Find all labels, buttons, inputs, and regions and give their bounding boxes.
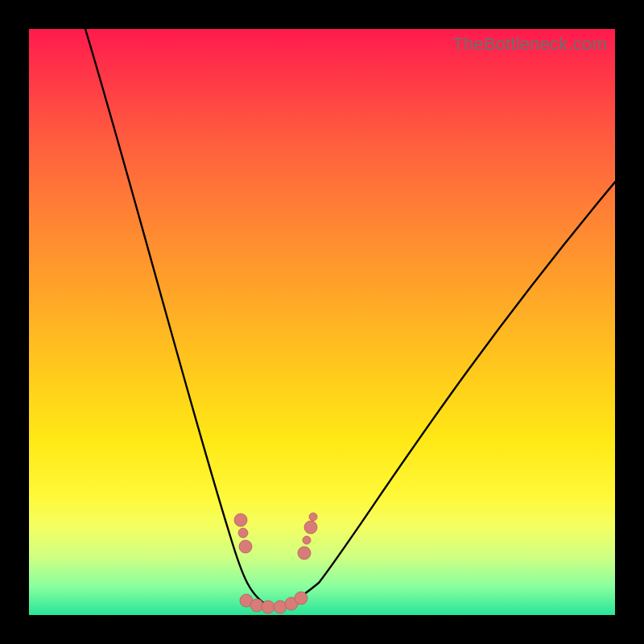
svg-point-8 — [250, 599, 263, 612]
svg-point-4 — [303, 536, 311, 544]
svg-point-1 — [238, 528, 248, 538]
chart-svg — [29, 29, 615, 615]
bead-cluster-left — [234, 514, 252, 553]
bead-cluster-bottom — [240, 592, 308, 613]
right-curve — [270, 182, 615, 607]
svg-point-9 — [262, 601, 275, 613]
svg-point-3 — [298, 547, 311, 559]
bead-cluster-right — [298, 513, 317, 559]
svg-point-0 — [234, 514, 247, 526]
svg-point-6 — [309, 513, 317, 521]
svg-point-12 — [295, 592, 308, 605]
svg-point-2 — [239, 540, 252, 553]
watermark-text: TheBottleneck.com — [452, 34, 607, 55]
svg-point-10 — [274, 601, 287, 613]
svg-point-5 — [304, 521, 317, 534]
chart-plot-area: TheBottleneck.com — [29, 29, 615, 615]
